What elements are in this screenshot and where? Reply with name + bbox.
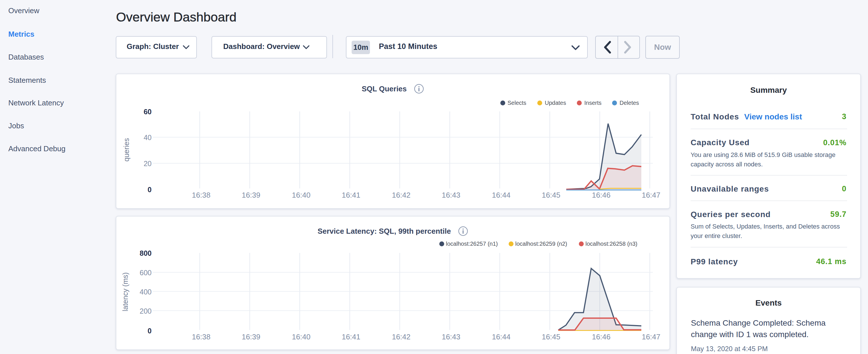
svg-text:16:39: 16:39 xyxy=(242,332,260,341)
svg-text:600: 600 xyxy=(140,269,152,277)
svg-text:0: 0 xyxy=(148,186,152,194)
svg-text:16:47: 16:47 xyxy=(642,191,660,199)
svg-text:200: 200 xyxy=(140,307,152,315)
svg-text:16:40: 16:40 xyxy=(292,191,310,199)
svg-text:16:46: 16:46 xyxy=(592,191,610,199)
svg-text:16:40: 16:40 xyxy=(292,332,310,341)
svg-text:16:38: 16:38 xyxy=(192,332,210,341)
svg-text:16:43: 16:43 xyxy=(442,191,460,199)
svg-text:queries: queries xyxy=(122,138,130,162)
svg-text:40: 40 xyxy=(144,133,152,141)
svg-text:800: 800 xyxy=(140,249,152,257)
svg-text:16:41: 16:41 xyxy=(342,191,360,199)
svg-text:16:42: 16:42 xyxy=(392,191,410,199)
svg-text:16:45: 16:45 xyxy=(541,332,560,341)
svg-text:16:38: 16:38 xyxy=(192,191,210,199)
svg-text:latency (ms): latency (ms) xyxy=(121,272,129,311)
svg-text:16:45: 16:45 xyxy=(541,191,560,199)
svg-text:16:42: 16:42 xyxy=(392,332,410,341)
svg-text:16:47: 16:47 xyxy=(642,332,660,341)
svg-text:0: 0 xyxy=(148,327,152,335)
svg-text:400: 400 xyxy=(140,288,152,296)
svg-text:16:44: 16:44 xyxy=(492,332,510,341)
svg-text:60: 60 xyxy=(144,108,152,116)
svg-text:16:39: 16:39 xyxy=(242,191,260,199)
svg-text:20: 20 xyxy=(144,160,152,167)
svg-text:16:41: 16:41 xyxy=(342,332,360,341)
svg-text:16:44: 16:44 xyxy=(492,191,510,199)
svg-text:16:43: 16:43 xyxy=(442,332,460,341)
svg-text:16:46: 16:46 xyxy=(592,332,610,341)
